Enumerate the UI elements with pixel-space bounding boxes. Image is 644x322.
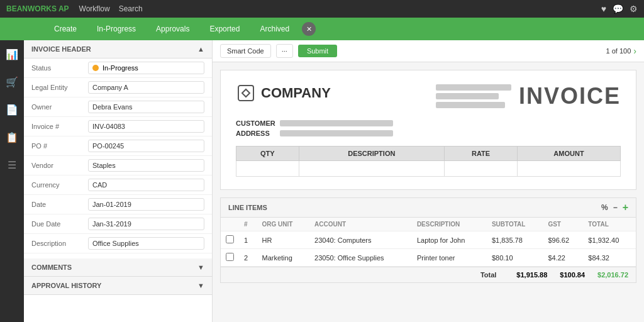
svg-rect-0 <box>238 86 253 101</box>
line-items-header: LINE ITEMS % − + <box>221 198 636 218</box>
description-row: Description <box>24 234 212 253</box>
legal-entity-label: Legal Entity <box>31 84 88 91</box>
po-num-input[interactable] <box>88 140 204 152</box>
add-line-item-icon[interactable]: + <box>623 202 628 213</box>
company-logo: COMPANY <box>236 83 331 103</box>
invoice-num-label: Invoice # <box>31 123 88 130</box>
customer-row: CUSTOMER <box>236 119 621 127</box>
nav-workflow[interactable]: Workflow <box>79 4 110 13</box>
invoice-preview: COMPANY INVOICE CUSTOMER ADDR <box>220 70 636 190</box>
invoice-table-row <box>236 161 621 177</box>
legal-entity-input[interactable] <box>88 81 204 94</box>
approval-history-panel[interactable]: APPROVAL HISTORY ▼ <box>24 277 212 295</box>
line-item-row: 1 HR 23040: Computers Laptop for John $1… <box>221 231 636 249</box>
line-items-table: # ORG UNIT ACCOUNT DESCRIPTION SUBTOTAL … <box>221 218 636 267</box>
nav-search[interactable]: Search <box>119 4 143 13</box>
row1-num: 1 <box>239 231 257 249</box>
comments-title: COMMENTS <box>31 264 72 271</box>
heart-icon[interactable]: ♥ <box>601 4 606 14</box>
nav-create[interactable]: Create <box>44 18 87 40</box>
description-label: Description <box>31 240 88 247</box>
percent-icon[interactable]: % <box>601 203 608 212</box>
status-label: Status <box>31 64 88 72</box>
right-panel: Smart Code ··· Submit 1 of 100 › COMPA <box>213 40 644 322</box>
row1-description: Laptop for John <box>412 231 487 249</box>
po-num-label: PO # <box>31 142 88 150</box>
row2-subtotal: $80.10 <box>487 249 543 267</box>
vendor-input[interactable] <box>88 159 204 172</box>
sidebar-icon-file[interactable]: 📄 <box>3 101 21 118</box>
approval-history-title: APPROVAL HISTORY <box>31 282 101 289</box>
due-date-input[interactable] <box>88 218 204 230</box>
nav-inprogress[interactable]: In-Progress <box>87 18 146 40</box>
left-panel: INVOICE HEADER ▲ Status In-Progress Lega… <box>24 40 213 322</box>
col-description: DESCRIPTION <box>299 147 445 161</box>
owner-input[interactable] <box>88 101 204 113</box>
invoice-customer-section: CUSTOMER ADDRESS <box>236 119 621 137</box>
sidebar-icon-menu[interactable]: ☰ <box>3 156 21 174</box>
invoice-header-panel[interactable]: INVOICE HEADER ▲ <box>24 40 212 58</box>
top-nav: Workflow Search <box>79 4 143 13</box>
row1-account: 23040: Computers <box>309 231 412 249</box>
col-checkbox <box>221 218 239 231</box>
total-grand-value: $2,016.72 <box>597 271 628 279</box>
nav-exported[interactable]: Exported <box>199 18 250 40</box>
row2-org-unit: Marketing <box>257 249 309 267</box>
description-input[interactable] <box>88 237 204 250</box>
date-row: Date <box>24 195 212 214</box>
currency-row: Currency <box>24 175 212 195</box>
more-options-button[interactable]: ··· <box>276 44 293 58</box>
comments-panel[interactable]: COMMENTS ▼ <box>24 258 212 277</box>
legal-entity-row: Legal Entity <box>24 78 212 97</box>
gear-icon[interactable]: ⚙ <box>630 4 638 14</box>
col-qty: QTY <box>236 147 299 161</box>
row2-total: $84.32 <box>583 249 636 267</box>
row2-checkbox[interactable] <box>226 253 234 261</box>
row1-org-unit: HR <box>257 231 309 249</box>
sidebar-icon-chart[interactable]: 📊 <box>3 45 21 63</box>
pagination-next[interactable]: › <box>633 46 636 56</box>
col-subtotal: SUBTOTAL <box>487 218 543 231</box>
line-items-section: LINE ITEMS % − + # ORG UNIT ACCOUNT DESC… <box>220 197 636 283</box>
customer-placeholder <box>280 120 393 126</box>
row1-total: $1,932.40 <box>583 231 636 249</box>
row2-account: 23050: Office Supplies <box>309 249 412 267</box>
nav-archived[interactable]: Archived <box>250 18 299 40</box>
invoice-num-input[interactable] <box>88 120 204 133</box>
customer-label: CUSTOMER <box>236 119 274 127</box>
close-tab-button[interactable]: ✕ <box>302 22 316 36</box>
owner-label: Owner <box>31 103 88 111</box>
minus-icon[interactable]: − <box>613 203 618 212</box>
sidebar: 📊 🛒 📄 📋 ☰ <box>0 40 24 322</box>
nav-approvals[interactable]: Approvals <box>146 18 199 40</box>
date-label: Date <box>31 201 88 208</box>
line-items-actions: % − + <box>601 202 628 213</box>
top-bar-icons: ♥ 💬 ⚙ <box>601 4 638 14</box>
col-gst: GST <box>543 218 583 231</box>
invoice-header-title: INVOICE HEADER <box>31 45 91 53</box>
smart-code-button[interactable]: Smart Code <box>220 44 271 58</box>
vendor-label: Vendor <box>31 162 88 169</box>
total-subtotal-value: $1,915.88 <box>516 271 547 279</box>
currency-input[interactable] <box>88 179 204 191</box>
pagination-text: 1 of 100 <box>606 47 631 55</box>
approval-history-collapse-icon: ▼ <box>197 282 204 289</box>
total-label: Total <box>480 271 496 279</box>
row1-checkbox[interactable] <box>226 235 234 243</box>
main-layout: 📊 🛒 📄 📋 ☰ INVOICE HEADER ▲ Status In-Pro… <box>0 40 644 322</box>
company-icon <box>236 83 256 103</box>
row1-subtotal: $1,835.78 <box>487 231 543 249</box>
invoice-top: COMPANY INVOICE <box>236 83 621 109</box>
status-value: In-Progress <box>103 64 138 72</box>
address-row: ADDRESS <box>236 130 621 137</box>
sidebar-icon-document[interactable]: 📋 <box>3 128 21 146</box>
address-label: ADDRESS <box>236 130 274 137</box>
top-bar: BEANWORKS AP Workflow Search ♥ 💬 ⚙ <box>0 0 644 18</box>
line-items-label: LINE ITEMS <box>228 204 267 211</box>
chat-icon[interactable]: 💬 <box>613 4 623 14</box>
submit-button[interactable]: Submit <box>298 45 337 57</box>
date-input[interactable] <box>88 198 204 211</box>
due-date-label: Due Date <box>31 220 88 228</box>
collapse-icon: ▲ <box>197 45 204 53</box>
sidebar-icon-cart[interactable]: 🛒 <box>3 73 21 91</box>
